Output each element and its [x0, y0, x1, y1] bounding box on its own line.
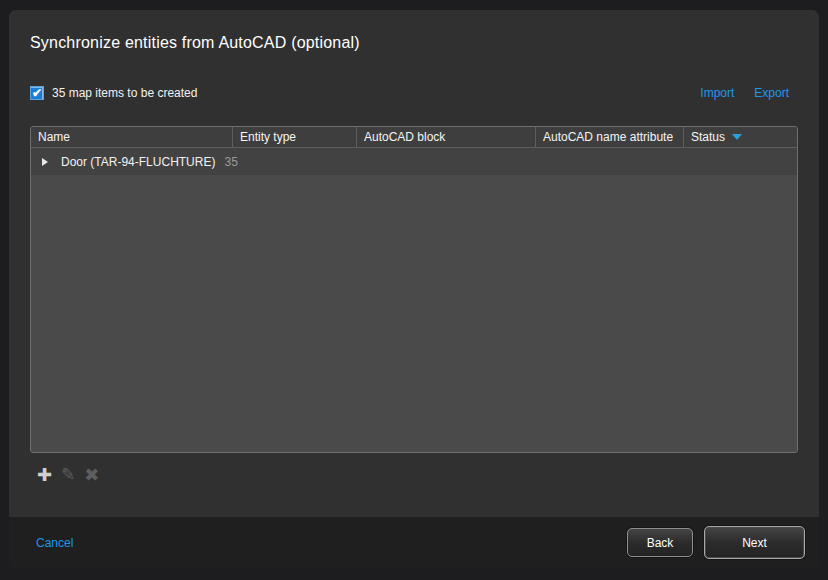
back-button[interactable]: Back	[627, 528, 693, 557]
x-icon: ✖	[84, 465, 99, 485]
dialog-content: Synchronize entities from AutoCAD (optio…	[9, 10, 819, 517]
checkbox-label: 35 map items to be created	[52, 86, 197, 100]
import-export-links: Import Export	[700, 86, 789, 100]
dialog-footer: Cancel Back Next	[9, 517, 819, 568]
pencil-icon: ✎	[61, 465, 75, 485]
page-title: Synchronize entities from AutoCAD (optio…	[30, 34, 798, 52]
table-row[interactable]: Door (TAR-94-FLUCHTURE) 35	[31, 148, 797, 175]
row-name: Door (TAR-94-FLUCHTURE)	[61, 155, 215, 169]
column-header-status[interactable]: Status	[684, 127, 797, 147]
sort-descending-icon	[732, 134, 742, 140]
cancel-link[interactable]: Cancel	[36, 536, 73, 550]
footer-buttons: Back Next	[627, 526, 805, 559]
row-count: 35	[224, 155, 237, 169]
checkmark-icon: ✔	[32, 87, 42, 99]
column-header-autocad-block[interactable]: AutoCAD block	[357, 127, 536, 147]
delete-button[interactable]: ✖	[84, 465, 99, 485]
expand-arrow-icon[interactable]	[42, 158, 48, 166]
table-header-row: Name Entity type AutoCAD block AutoCAD n…	[31, 127, 797, 148]
column-header-autocad-name-attribute[interactable]: AutoCAD name attribute	[536, 127, 684, 147]
entities-table: Name Entity type AutoCAD block AutoCAD n…	[30, 126, 798, 453]
column-header-entity-type[interactable]: Entity type	[233, 127, 357, 147]
table-empty-area	[31, 175, 797, 452]
edit-button[interactable]: ✎	[61, 464, 75, 485]
next-button[interactable]: Next	[704, 526, 805, 559]
column-header-name[interactable]: Name	[31, 127, 233, 147]
export-link[interactable]: Export	[754, 86, 789, 100]
import-link[interactable]: Import	[700, 86, 734, 100]
checkbox-checked[interactable]: ✔	[30, 86, 44, 100]
plus-icon: ✚	[37, 465, 52, 485]
add-button[interactable]: ✚	[37, 465, 52, 485]
map-items-checkbox[interactable]: ✔ 35 map items to be created	[30, 86, 197, 100]
sync-entities-dialog: Synchronize entities from AutoCAD (optio…	[9, 10, 819, 568]
row-actions-toolbar: ✚ ✎ ✖	[30, 464, 798, 485]
controls-row: ✔ 35 map items to be created Import Expo…	[30, 85, 798, 101]
